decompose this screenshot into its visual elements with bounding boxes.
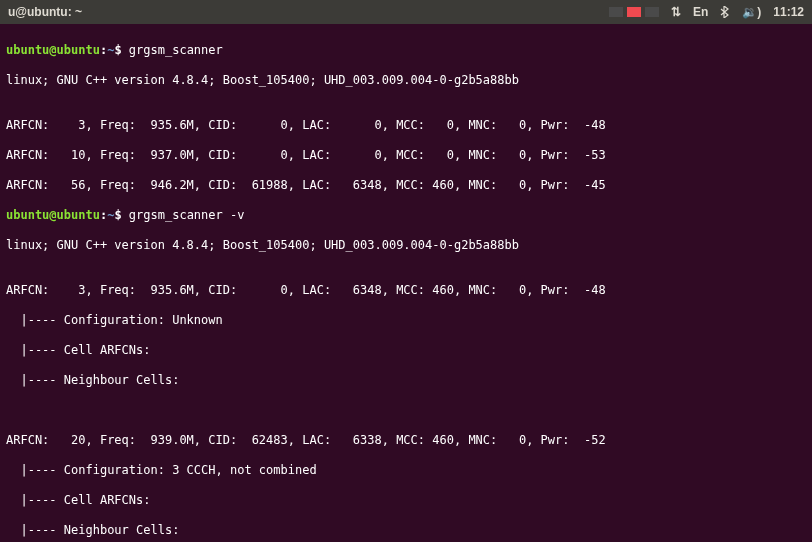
language-indicator[interactable]: En xyxy=(693,5,708,19)
status-squares xyxy=(609,7,659,17)
command-text: grgsm_scanner -v xyxy=(129,208,245,222)
indicator-square-icon xyxy=(609,7,623,17)
output-line: linux; GNU C++ version 4.8.4; Boost_1054… xyxy=(6,238,806,253)
clock[interactable]: 11:12 xyxy=(773,5,804,19)
output-line: |---- Cell ARFCNs: xyxy=(6,343,806,358)
network-icon[interactable]: ⇅ xyxy=(671,5,681,19)
output-line: ARFCN: 20, Freq: 939.0M, CID: 62483, LAC… xyxy=(6,433,806,448)
terminal-output[interactable]: ubuntu@ubuntu:~$ grgsm_scanner linux; GN… xyxy=(0,24,812,542)
prompt-user: ubuntu@ubuntu xyxy=(6,208,100,222)
output-line: ARFCN: 56, Freq: 946.2M, CID: 61988, LAC… xyxy=(6,178,806,193)
output-line: |---- Neighbour Cells: xyxy=(6,373,806,388)
bluetooth-icon[interactable] xyxy=(720,6,730,18)
indicator-square-icon xyxy=(627,7,641,17)
output-line: linux; GNU C++ version 4.8.4; Boost_1054… xyxy=(6,73,806,88)
window-title: u@ubuntu: ~ xyxy=(8,5,82,19)
output-line: |---- Configuration: 3 CCCH, not combine… xyxy=(6,463,806,478)
output-line: ARFCN: 10, Freq: 937.0M, CID: 0, LAC: 0,… xyxy=(6,148,806,163)
prompt-user: ubuntu@ubuntu xyxy=(6,43,100,57)
output-line: ARFCN: 3, Freq: 935.6M, CID: 0, LAC: 634… xyxy=(6,283,806,298)
sound-icon[interactable]: 🔉) xyxy=(742,5,761,19)
output-line: |---- Neighbour Cells: xyxy=(6,523,806,538)
indicator-square-icon xyxy=(645,7,659,17)
output-line: |---- Cell ARFCNs: xyxy=(6,493,806,508)
output-line xyxy=(6,403,806,418)
output-line: ARFCN: 3, Freq: 935.6M, CID: 0, LAC: 0, … xyxy=(6,118,806,133)
output-line: |---- Configuration: Unknown xyxy=(6,313,806,328)
command-text: grgsm_scanner xyxy=(129,43,223,57)
window-titlebar: u@ubuntu: ~ ⇅ En 🔉) 11:12 xyxy=(0,0,812,24)
